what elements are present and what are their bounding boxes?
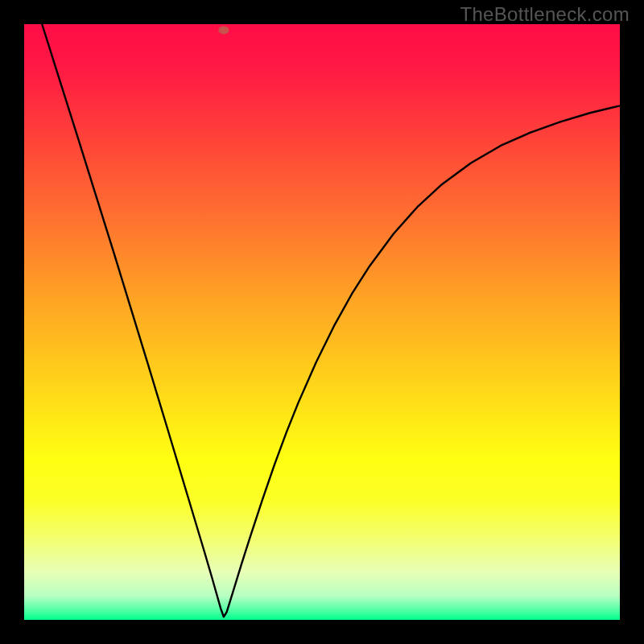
bottleneck-chart bbox=[0, 0, 644, 644]
optimum-marker bbox=[218, 26, 229, 34]
plot-background bbox=[24, 24, 620, 620]
chart-frame: TheBottleneck.com bbox=[0, 0, 644, 644]
